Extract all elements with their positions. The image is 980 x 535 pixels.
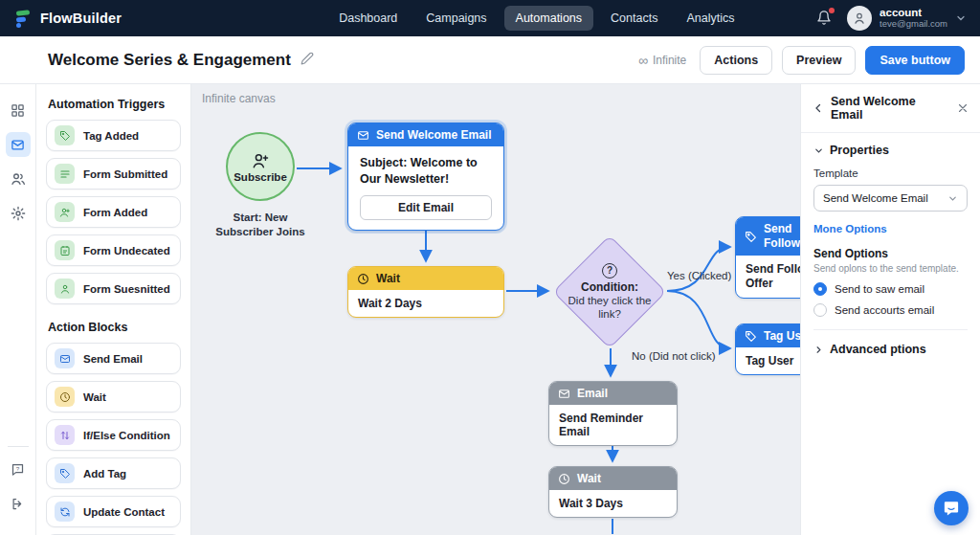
rail-grid-icon[interactable] <box>6 98 31 123</box>
clock-icon <box>558 473 570 485</box>
trigger-label: Form Submitted <box>83 168 167 180</box>
chevron-down-icon <box>947 193 958 204</box>
node-start-subscribe[interactable]: Subscribe <box>226 132 295 201</box>
notifications-bell-icon[interactable] <box>816 10 834 27</box>
svg-text:?: ? <box>16 464 20 471</box>
save-button[interactable]: Save buttow <box>865 46 965 75</box>
chevron-down-icon <box>955 12 967 24</box>
node-body: Wait 3 Days <box>549 490 677 517</box>
infinity-icon: ∞ <box>638 54 648 67</box>
tag-icon <box>55 463 75 483</box>
action-label: If/Else Condition <box>83 430 170 441</box>
node-wait-3-days[interactable]: Wait Wait 3 Days <box>548 466 678 518</box>
actions-section-title: Action Blocks <box>48 321 181 334</box>
rail-divider <box>8 446 29 447</box>
radio-send-to-saw-email[interactable]: Send to saw email <box>813 282 968 296</box>
node-title: Send Follow-u <box>764 222 800 251</box>
brand-name: FlowBuilder <box>40 11 122 26</box>
list-icon <box>55 164 75 184</box>
node-title: Tag Use <box>764 329 800 343</box>
nav-item-automations[interactable]: Automations <box>504 6 593 31</box>
triggers-section-title: Automation Triggers <box>48 98 181 111</box>
actions-button[interactable]: Actions <box>700 46 772 75</box>
brand[interactable]: FlowBuilder <box>13 9 122 28</box>
node-body: Wait 2 Days <box>348 290 503 317</box>
rail-help-chat-icon[interactable]: ? <box>6 457 31 481</box>
edge-label-no: No (Did not click) <box>632 350 716 362</box>
template-select[interactable]: Send Welcome Email <box>813 185 968 212</box>
rail-mail-icon[interactable] <box>6 132 31 157</box>
account-email: teve@gmail.com <box>880 19 947 30</box>
nav-item-analytics[interactable]: Analytics <box>675 6 746 31</box>
preview-button[interactable]: Preview <box>782 46 856 75</box>
node-send-followup[interactable]: Send Follow-u Send Follow- Offer <box>735 216 800 299</box>
node-send-reminder-email[interactable]: Email Send Reminder Email <box>548 381 678 446</box>
user-plus-icon <box>55 202 75 222</box>
edge-label-yes: Yes (Clicked) <box>667 270 731 281</box>
nav-item-dashboard[interactable]: Dashboard <box>327 6 409 31</box>
trigger-label: Form Added <box>83 207 147 218</box>
action-if-else[interactable]: If/Else Condition <box>46 419 181 451</box>
node-title: Wait <box>577 472 601 485</box>
page-title: Welcome Series & Engagement <box>48 51 291 70</box>
node-body: Tag User <box>736 347 800 374</box>
node-tag-user[interactable]: Tag Use Tag User <box>735 323 800 375</box>
more-options-link[interactable]: Mone Options <box>813 223 968 234</box>
rail-settings-gear-icon[interactable] <box>6 201 31 226</box>
rail-logout-icon[interactable] <box>6 491 31 516</box>
action-update-contact[interactable]: Update Contact <box>46 496 181 527</box>
clock-icon <box>357 273 369 285</box>
chevron-down-icon <box>813 145 824 156</box>
condition-title: Condition: <box>581 280 638 294</box>
trigger-form-suesnitted[interactable]: Form Suesnitted <box>46 273 181 304</box>
chat-bubble-icon <box>943 500 960 517</box>
question-mark-icon: ? <box>602 263 617 279</box>
action-wait[interactable]: Wait <box>46 381 181 412</box>
trigger-label: Tag Added <box>83 130 139 142</box>
nav-item-campaigns[interactable]: Campaigns <box>414 6 498 31</box>
nav-item-contacts[interactable]: Contacts <box>599 6 669 31</box>
tag-icon <box>55 125 75 145</box>
radio-unselected-icon <box>813 303 827 317</box>
panel-close-icon[interactable] <box>957 102 969 114</box>
infinite-label: Infinite <box>653 54 686 67</box>
action-add-tag[interactable]: Add Tag <box>46 457 181 489</box>
account-menu[interactable]: account teve@gmail.com <box>847 6 967 31</box>
tag-icon <box>745 330 757 343</box>
left-icon-rail: ? <box>0 84 36 535</box>
trigger-form-submitted[interactable]: Form Submitted <box>46 158 181 189</box>
arrows-up-down-icon <box>55 425 75 445</box>
node-send-welcome-email[interactable]: Send Welcome Email Subject: Welcome to O… <box>347 123 504 231</box>
user-plus-icon <box>251 151 270 170</box>
trigger-form-added[interactable]: Form Added <box>46 196 181 228</box>
mail-icon <box>357 129 369 142</box>
tag-icon <box>745 231 757 243</box>
start-node-title: Subscribe <box>234 171 287 183</box>
action-label: Update Contact <box>83 506 165 518</box>
panel-back-chevron-icon[interactable] <box>813 102 824 114</box>
nav-links: Dashboard Campaigns Automations Contacts… <box>327 6 746 31</box>
node-condition-diamond[interactable]: ? Condition: Did they click the link? <box>554 236 665 347</box>
advanced-options-collapse-header[interactable]: Advanced ptions <box>813 343 968 356</box>
edit-title-pencil-icon[interactable] <box>301 52 314 69</box>
properties-collapse-header[interactable]: Properties <box>813 144 968 157</box>
action-send-email[interactable]: Send Email <box>46 343 181 374</box>
workflow-headerbar: Welcome Series & Engagement ∞ Infinite A… <box>0 36 980 84</box>
clock-icon <box>55 387 75 407</box>
action-label: Add Tag <box>83 468 126 479</box>
trigger-tag-added[interactable]: Tag Added <box>46 120 181 151</box>
radio-send-accounts-email[interactable]: Send accourts email <box>813 303 968 317</box>
send-options-title: Send Options <box>813 247 968 260</box>
flow-canvas[interactable]: Infinite canvas Yes (Clicked) No (Did no… <box>191 84 800 535</box>
action-label: Send Email <box>83 353 143 365</box>
radio-selected-icon <box>813 282 827 296</box>
node-title: Send Welcome Email <box>376 128 492 142</box>
edit-email-button[interactable]: Edit Email <box>360 195 492 220</box>
chat-fab-button[interactable] <box>934 491 969 525</box>
node-wait-2-days[interactable]: Wait Wait 2 Days <box>347 266 504 318</box>
trigger-form-undecated[interactable]: Form Undecated <box>46 234 181 266</box>
panel-divider <box>813 329 968 330</box>
chevron-right-icon <box>813 345 824 355</box>
rail-users-icon[interactable] <box>6 167 31 191</box>
trigger-label: Form Undecated <box>83 245 170 256</box>
